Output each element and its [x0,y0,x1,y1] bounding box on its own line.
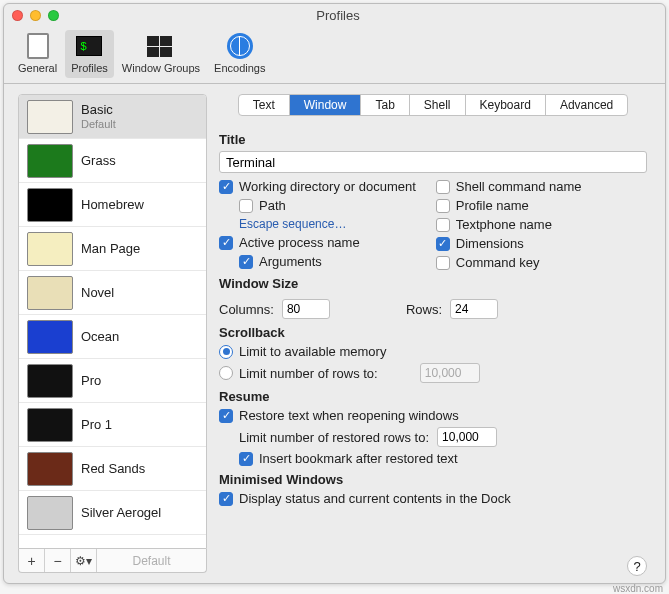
scrollback-limit-radio[interactable] [219,366,233,380]
rows-label: Rows: [406,302,442,317]
help-button[interactable]: ? [627,556,647,576]
restored-rows-input[interactable] [437,427,497,447]
profile-thumbnail [27,320,73,354]
profile-row-ocean[interactable]: Ocean [19,315,206,359]
titlebar: Profiles [4,4,665,26]
profile-thumbnail [27,276,73,310]
dimensions-label: Dimensions [456,236,524,251]
toolbar: General Profiles Window Groups Encodings [4,26,665,84]
resume-label: Resume [219,389,647,404]
tab-keyboard[interactable]: Keyboard [466,95,546,115]
scrollback-label: Scrollback [219,325,647,340]
window-groups-icon [147,36,175,57]
toolbar-label: Profiles [71,62,108,74]
command-key-label: Command key [456,255,540,270]
profile-subtitle: Default [81,118,116,131]
restored-rows-label: Limit number of restored rows to: [239,430,429,445]
profile-name: Silver Aerogel [81,505,161,521]
profile-list[interactable]: BasicDefaultGrassHomebrewMan PageNovelOc… [18,94,207,549]
profile-row-basic[interactable]: BasicDefault [19,95,206,139]
textphone-checkbox[interactable] [436,218,450,232]
profile-row-red-sands[interactable]: Red Sands [19,447,206,491]
profile-name: Pro [81,373,101,389]
tab-tab[interactable]: Tab [361,95,409,115]
profile-thumbnail [27,496,73,530]
arguments-label: Arguments [259,254,322,269]
profile-thumbnail [27,100,73,134]
workdir-label: Working directory or document [239,179,416,194]
add-profile-button[interactable]: + [19,549,45,572]
profile-name: Ocean [81,329,119,345]
active-process-label: Active process name [239,235,360,250]
window-size-label: Window Size [219,276,647,291]
scrollback-limit-label: Limit number of rows to: [239,366,378,381]
path-checkbox[interactable] [239,199,253,213]
profile-name: Pro 1 [81,417,112,433]
general-icon [27,33,49,59]
bookmark-label: Insert bookmark after restored text [259,451,458,466]
scrollback-memory-radio[interactable] [219,345,233,359]
profile-name-label: Profile name [456,198,529,213]
profile-name: Basic [81,102,116,118]
profile-row-man-page[interactable]: Man Page [19,227,206,271]
toolbar-profiles[interactable]: Profiles [65,30,114,78]
workdir-checkbox[interactable] [219,180,233,194]
profile-thumbnail [27,144,73,178]
window-title: Profiles [19,8,657,23]
profile-thumbnail [27,408,73,442]
profile-actions-menu[interactable]: ⚙︎▾ [71,549,97,572]
remove-profile-button[interactable]: − [45,549,71,572]
profile-name: Man Page [81,241,140,257]
profile-row-homebrew[interactable]: Homebrew [19,183,206,227]
toolbar-encodings[interactable]: Encodings [208,30,271,78]
title-section-label: Title [219,132,647,147]
encodings-icon [227,33,253,59]
profile-row-pro-1[interactable]: Pro 1 [19,403,206,447]
shell-command-checkbox[interactable] [436,180,450,194]
command-key-checkbox[interactable] [436,256,450,270]
scrollback-memory-label: Limit to available memory [239,344,386,359]
columns-input[interactable] [282,299,330,319]
toolbar-label: General [18,62,57,74]
toolbar-label: Encodings [214,62,265,74]
profile-row-grass[interactable]: Grass [19,139,206,183]
profile-thumbnail [27,364,73,398]
title-input[interactable] [219,151,647,173]
tab-window[interactable]: Window [290,95,362,115]
profile-name: Grass [81,153,116,169]
columns-label: Columns: [219,302,274,317]
profile-thumbnail [27,188,73,222]
rows-input[interactable] [450,299,498,319]
restore-text-label: Restore text when reopening windows [239,408,459,423]
profile-name: Novel [81,285,114,301]
path-label: Path [259,198,286,213]
tab-advanced[interactable]: Advanced [546,95,627,115]
profile-row-silver-aerogel[interactable]: Silver Aerogel [19,491,206,535]
set-default-button[interactable]: Default [97,549,206,572]
tab-text[interactable]: Text [239,95,290,115]
dimensions-checkbox[interactable] [436,237,450,251]
arguments-checkbox[interactable] [239,255,253,269]
toolbar-general[interactable]: General [12,30,63,78]
dock-status-label: Display status and current contents in t… [239,491,511,506]
profile-name-checkbox[interactable] [436,199,450,213]
minimised-label: Minimised Windows [219,472,647,487]
settings-tabs: Text Window Tab Shell Keyboard Advanced [238,94,629,116]
profiles-icon [76,36,102,56]
profile-thumbnail [27,232,73,266]
profile-row-novel[interactable]: Novel [19,271,206,315]
profile-thumbnail [27,452,73,486]
active-process-checkbox[interactable] [219,236,233,250]
toolbar-label: Window Groups [122,62,200,74]
tab-shell[interactable]: Shell [410,95,466,115]
textphone-label: Textphone name [456,217,552,232]
toolbar-window-groups[interactable]: Window Groups [116,30,206,78]
scrollback-limit-input[interactable] [420,363,480,383]
restore-text-checkbox[interactable] [219,409,233,423]
escape-sequence-link[interactable]: Escape sequence… [239,217,416,231]
bookmark-checkbox[interactable] [239,452,253,466]
dock-status-checkbox[interactable] [219,492,233,506]
shell-command-label: Shell command name [456,179,582,194]
profile-name: Red Sands [81,461,145,477]
profile-row-pro[interactable]: Pro [19,359,206,403]
